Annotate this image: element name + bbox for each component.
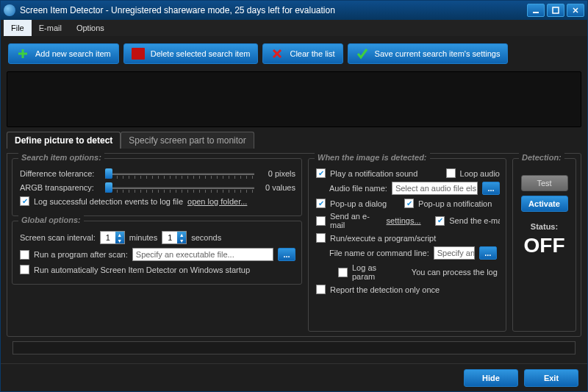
report-once-label: Report the detection only once (330, 285, 440, 294)
send-the-email-checkbox[interactable] (435, 216, 445, 226)
scan-interval-label: Screen scan interval: (20, 233, 96, 242)
loop-audio-label: Loop audio (460, 169, 500, 178)
popup-notification-checkbox[interactable] (404, 199, 414, 208)
run-after-scan-checkbox[interactable] (20, 250, 29, 260)
group-title: Global options: (18, 215, 84, 224)
run-script-checkbox[interactable] (316, 233, 326, 243)
svg-rect-1 (553, 7, 559, 13)
statusbar (12, 341, 576, 354)
tab-panel: Search item options: Difference toleranc… (7, 153, 581, 337)
spin-up-icon: ▲ (177, 232, 186, 238)
menubar: File E-mail Options (1, 20, 587, 36)
search-item-options-group: Search item options: Difference toleranc… (12, 158, 302, 216)
titlebar: Screen Item Detector - Unregistered shar… (1, 1, 587, 20)
audio-file-label: Audio file name: (329, 184, 387, 193)
tab-specify-screen[interactable]: Specify screen part to monitor (121, 132, 254, 149)
report-once-checkbox[interactable] (316, 285, 326, 294)
loop-audio-checkbox[interactable] (446, 168, 456, 178)
close-button[interactable] (567, 4, 584, 17)
exit-button[interactable]: Exit (524, 369, 578, 387)
titlebar-text: Screen Item Detector - Unregistered shar… (20, 5, 527, 15)
seconds-spinner[interactable]: 1▲▼ (162, 231, 187, 244)
activate-button[interactable]: Activate (521, 196, 568, 212)
group-title: When the image is detected: (315, 153, 430, 162)
add-search-item-button[interactable]: Add new search item (8, 43, 119, 64)
log-events-label: Log successful detection events to log f… (34, 197, 183, 206)
when-detected-group: When the image is detected: Play a notif… (308, 158, 506, 332)
autostart-checkbox[interactable] (20, 265, 29, 274)
menu-file[interactable]: File (4, 20, 32, 36)
tab-define-picture[interactable]: Define picture to detect (7, 132, 121, 149)
spin-down-icon: ▼ (177, 238, 186, 243)
minutes-spinner[interactable]: 1▲▼ (100, 231, 125, 244)
plus-icon (16, 48, 29, 60)
btn-label: Clear the list (290, 49, 334, 58)
log-as-param-checkbox[interactable] (338, 268, 348, 277)
red-flag-icon (132, 48, 145, 60)
check-icon (356, 48, 369, 60)
btn-label: Delete selected search item (151, 49, 251, 58)
seconds-label: seconds (191, 233, 221, 242)
email-settings-link[interactable]: settings... (387, 216, 421, 225)
spin-down-icon: ▼ (115, 238, 124, 243)
detection-group: Detection: Test Activate Status: OFF (512, 158, 576, 332)
run-after-scan-label: Run a program after scan: (34, 250, 128, 259)
group-title: Detection: (519, 153, 564, 162)
cmd-input[interactable]: Specify an (434, 246, 475, 260)
run-after-scan-input[interactable]: Specify an executable file... (132, 248, 273, 261)
open-log-folder-link[interactable]: open log folder... (187, 197, 247, 206)
difference-tolerance-slider[interactable] (105, 168, 254, 179)
minimize-button[interactable] (527, 4, 545, 17)
browse-audio-button[interactable]: ... (482, 182, 500, 195)
save-settings-button[interactable]: Save current search item's settings (348, 43, 509, 64)
browse-cmd-button[interactable]: ... (479, 246, 497, 260)
clear-list-button[interactable]: Clear the list (262, 43, 343, 64)
app-window: Screen Item Detector - Unregistered shar… (0, 0, 588, 392)
app-icon (4, 4, 15, 16)
popup-dialog-checkbox[interactable] (316, 199, 326, 208)
tabs: Define picture to detect Specify screen … (7, 132, 581, 149)
maximize-button[interactable] (547, 4, 564, 17)
test-button[interactable]: Test (521, 175, 568, 191)
search-item-list[interactable] (7, 71, 581, 127)
spin-up-icon: ▲ (115, 232, 124, 238)
argb-transparency-value: 0 values (259, 183, 295, 192)
log-events-checkbox[interactable] (20, 196, 29, 206)
popup-notification-label: Pop-up a notification (418, 199, 492, 208)
x-icon (270, 48, 284, 60)
minutes-label: minutes (129, 233, 158, 242)
popup-dialog-label: Pop-up a dialog (330, 199, 387, 208)
menu-email[interactable]: E-mail (32, 20, 69, 36)
run-script-label: Run/execute a program/script (330, 234, 436, 243)
hide-button[interactable]: Hide (464, 369, 518, 387)
process-log-label: You can process the log afte (412, 268, 500, 277)
menu-options[interactable]: Options (69, 20, 112, 36)
global-options-group: Global options: Screen scan interval: 1▲… (12, 221, 302, 285)
browse-executable-button[interactable]: ... (278, 248, 295, 261)
status-value: OFF (519, 234, 570, 257)
argb-transparency-slider[interactable] (105, 182, 254, 193)
autostart-label: Run automatically Screen Item Detector o… (34, 266, 250, 274)
argb-transparency-label: ARGB transparency: (20, 183, 101, 192)
group-title: Search item options: (18, 153, 104, 162)
difference-tolerance-label: Difference tolerance: (20, 169, 101, 178)
cmd-label: File name or command line: (329, 249, 429, 257)
btn-label: Save current search item's settings (375, 49, 501, 58)
btn-label: Add new search item (35, 49, 111, 58)
delete-search-item-button[interactable]: Delete selected search item (123, 43, 259, 64)
audio-file-input[interactable]: Select an audio file els (392, 182, 478, 195)
content: Add new search item Delete selected sear… (1, 36, 587, 363)
log-as-param-label: Log as param (352, 263, 395, 281)
status-label: Status: (519, 222, 570, 231)
toolbar: Add new search item Delete selected sear… (7, 40, 581, 67)
play-sound-label: Play a notification sound (330, 169, 417, 178)
play-sound-checkbox[interactable] (316, 168, 326, 178)
difference-tolerance-value: 0 pixels (259, 169, 295, 178)
send-the-email-label: Send the e-ma (449, 216, 500, 225)
send-email-label: Send an e-mail (330, 212, 382, 229)
footer: Hide Exit (1, 363, 587, 391)
send-email-checkbox[interactable] (316, 216, 326, 226)
svg-rect-0 (533, 12, 539, 13)
